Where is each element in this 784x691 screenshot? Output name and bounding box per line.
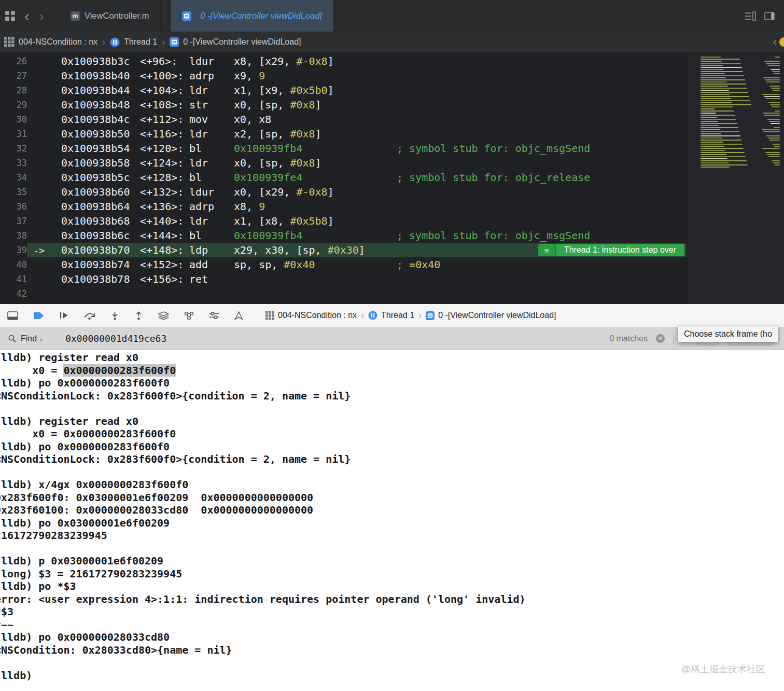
- minimap-bar: [701, 63, 741, 64]
- tab-stack-frame[interactable]: 0 -[ViewController viewDidLoad]: [170, 0, 333, 32]
- tab-overview-icon[interactable]: [5, 11, 15, 21]
- disassembly-line[interactable]: 290x100938b48<+108>:strx0, [sp, #0x8]: [0, 98, 784, 112]
- lldb-console[interactable]: (lldb) register read x0 x0 = 0x000000028…: [0, 350, 784, 691]
- step-into-icon[interactable]: [110, 311, 119, 320]
- minimap-bar: [701, 148, 744, 149]
- operand: x29, x30, [sp,: [234, 244, 328, 256]
- line-number: 40: [0, 259, 27, 270]
- environment-overrides-icon[interactable]: [209, 311, 219, 320]
- editor-options-icon[interactable]: [745, 11, 756, 21]
- mnemonic: str: [189, 99, 234, 111]
- crumb-thread[interactable]: Thread 1: [381, 311, 414, 320]
- disassembly-line[interactable]: 380x100938b6c<+144>:bl0x100939fb4; symbo…: [0, 228, 784, 243]
- collapse-chevron-icon[interactable]: ‹: [773, 35, 777, 49]
- step-out-icon[interactable]: [134, 311, 143, 320]
- disassembly-line[interactable]: 410x100938b78<+156>:ret: [0, 272, 784, 286]
- memory-graph-icon[interactable]: [184, 311, 194, 320]
- console-line: (lldb) po 0x0000000283f600f0: [0, 440, 784, 453]
- clear-search-icon[interactable]: ✕: [656, 334, 665, 343]
- minimap-bar: [765, 98, 780, 99]
- minimap-bar: [701, 104, 751, 105]
- minimap-bar: [772, 106, 780, 107]
- crumb-frame[interactable]: 0 -[ViewController viewDidLoad]: [438, 311, 556, 320]
- disassembly-line[interactable]: 310x100938b50<+116>:ldrx2, [sp, #0x8]: [0, 127, 784, 141]
- instruction-offset: <+132>:: [140, 186, 189, 198]
- mnemonic: ldr: [189, 157, 234, 169]
- minimap-bar: [701, 84, 746, 85]
- console-line: [0, 466, 784, 479]
- mnemonic: mov: [189, 113, 234, 126]
- project-grid-icon[interactable]: [4, 37, 15, 47]
- operand: 0x100939fb4: [234, 142, 302, 155]
- find-menu-label[interactable]: Find: [21, 334, 37, 343]
- disassembly-line[interactable]: 260x100938b3c<+96>:ldurx8, [x29, #-0x8]: [0, 54, 784, 68]
- console-text: <NSConditionLock: 0x283f600f0>{condition…: [0, 390, 351, 402]
- chevron-down-icon[interactable]: ⌄: [38, 335, 44, 342]
- mnemonic: add: [189, 258, 234, 271]
- inspector-toggle-icon[interactable]: [764, 12, 775, 20]
- disassembly-line[interactable]: 39->0x100938b70<+148>:ldpx29, x30, [sp, …: [0, 243, 784, 257]
- comment-segment: ; symbol stub for: objc_msgSend: [397, 142, 590, 155]
- minimap-bar: [701, 106, 733, 107]
- minimap-bar: [701, 59, 740, 60]
- disassembly-line[interactable]: 400x100938b74<+152>:addsp, sp, #0x40; =0…: [0, 257, 784, 272]
- instruction-address: 0x100938b68: [51, 215, 140, 227]
- operands: x0, [x29, #-0x8]: [234, 186, 334, 198]
- instruction-address: 0x100938b4c: [51, 113, 140, 126]
- console-line: x0 = 0x0000000283f600f0: [0, 364, 784, 377]
- disassembly-line[interactable]: 270x100938b40<+100>:adrpx9, 9: [0, 68, 784, 83]
- minimap-bar: [701, 75, 744, 76]
- jump-thread[interactable]: Thread 1: [124, 37, 157, 47]
- breakpoints-toggle-icon[interactable]: [33, 312, 44, 320]
- chevron-icon: ›: [361, 311, 364, 320]
- minimap-bar: [701, 61, 722, 62]
- current-instruction-arrow: ->: [27, 245, 51, 256]
- minimap-bar: [701, 110, 734, 112]
- instruction-address: 0x100938b40: [51, 70, 140, 82]
- search-input[interactable]: 0x00000001d419ce63: [65, 333, 166, 344]
- disassembly-line[interactable]: 320x100938b54<+120>:bl0x100939fb4; symbo…: [0, 141, 784, 156]
- simulate-location-icon[interactable]: [234, 311, 243, 320]
- instruction-offset: <+128>:: [140, 171, 189, 184]
- console-line: (lldb) po 0x0000000283f600f0: [0, 377, 784, 390]
- disassembly-line[interactable]: 350x100938b60<+132>:ldurx0, [x29, #-0x8]: [0, 185, 784, 199]
- disassembly-line[interactable]: 42: [0, 286, 784, 301]
- forward-button[interactable]: ›: [39, 8, 44, 24]
- minimap-bar: [701, 129, 720, 130]
- project-grid-icon[interactable]: [265, 311, 274, 320]
- instruction-address: 0x100938b3c: [51, 55, 140, 67]
- disassembly-line[interactable]: 300x100938b4c<+112>:movx0, x8: [0, 112, 784, 127]
- instruction-offset: <+108>:: [140, 99, 189, 111]
- back-button[interactable]: ‹: [24, 8, 30, 24]
- jump-project[interactable]: 004-NSCondition : nx: [19, 37, 97, 47]
- instruction-offset: <+148>:: [140, 244, 189, 256]
- mnemonic: ldur: [189, 186, 234, 198]
- operands: x2, [sp, #0x8]: [234, 128, 321, 140]
- warning-indicator[interactable]: [779, 37, 784, 47]
- tooltip-choose-stack-frame: Choose stack frame (ho: [678, 326, 778, 342]
- minimap[interactable]: [701, 56, 780, 168]
- mnemonic: ret: [189, 273, 234, 285]
- minimap-bar: [701, 69, 724, 70]
- tab-viewcontroller[interactable]: m ViewController.m: [59, 0, 161, 32]
- step-over-icon[interactable]: [83, 311, 95, 320]
- line-number: 36: [0, 201, 27, 212]
- comment: ; symbol stub for: objc_msgSend: [397, 228, 590, 243]
- mnemonic: adrp: [189, 200, 234, 213]
- console-line: (lldb) x/4gx 0x0000000283f600f0: [0, 478, 784, 491]
- operand: ]: [359, 244, 365, 256]
- jump-frame[interactable]: 0 -[ViewController viewDidLoad]: [183, 37, 301, 47]
- disassembly-line[interactable]: 340x100938b5c<+128>:bl0x100939fe4; symbo…: [0, 170, 784, 185]
- minimap-bar: [774, 73, 780, 74]
- disassembly-line[interactable]: 280x100938b44<+104>:ldrx1, [x9, #0x5b0]: [0, 83, 784, 98]
- hide-debug-area-icon[interactable]: [7, 311, 18, 320]
- disassembly-line[interactable]: 330x100938b58<+124>:ldrx0, [sp, #0x8]: [0, 156, 784, 170]
- crumb-project[interactable]: 004-NSCondition : nx: [278, 311, 357, 320]
- console-line: (lldb) register read x0: [0, 351, 784, 364]
- view-hierarchy-icon[interactable]: [158, 311, 169, 320]
- badge-menu-icon[interactable]: ≡: [538, 244, 556, 256]
- thread-status-badge[interactable]: ≡Thread 1: instruction step over: [538, 244, 684, 256]
- disassembly-line[interactable]: 370x100938b68<+140>:ldrx1, [x8, #0x5b8]: [0, 214, 784, 228]
- continue-execution-icon[interactable]: [59, 311, 68, 320]
- disassembly-line[interactable]: 360x100938b64<+136>:adrpx8, 9: [0, 199, 784, 214]
